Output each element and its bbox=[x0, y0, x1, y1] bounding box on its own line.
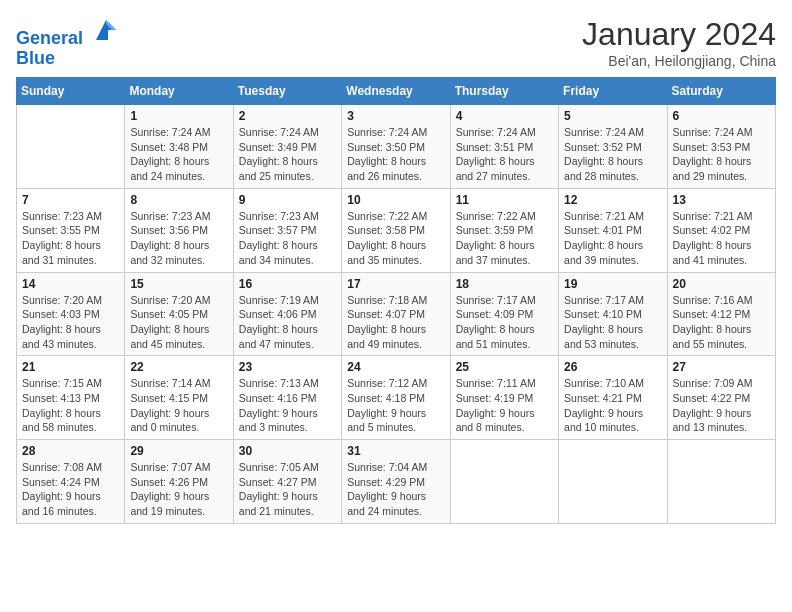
day-detail: Sunrise: 7:13 AMSunset: 4:16 PMDaylight:… bbox=[239, 376, 336, 435]
day-number: 31 bbox=[347, 444, 444, 458]
week-row-2: 7Sunrise: 7:23 AMSunset: 3:55 PMDaylight… bbox=[17, 188, 776, 272]
day-detail: Sunrise: 7:24 AMSunset: 3:53 PMDaylight:… bbox=[673, 125, 770, 184]
day-cell: 31Sunrise: 7:04 AMSunset: 4:29 PMDayligh… bbox=[342, 440, 450, 524]
day-detail: Sunrise: 7:24 AMSunset: 3:52 PMDaylight:… bbox=[564, 125, 661, 184]
day-detail: Sunrise: 7:24 AMSunset: 3:49 PMDaylight:… bbox=[239, 125, 336, 184]
day-detail: Sunrise: 7:14 AMSunset: 4:15 PMDaylight:… bbox=[130, 376, 227, 435]
day-number: 23 bbox=[239, 360, 336, 374]
day-cell: 16Sunrise: 7:19 AMSunset: 4:06 PMDayligh… bbox=[233, 272, 341, 356]
day-cell: 24Sunrise: 7:12 AMSunset: 4:18 PMDayligh… bbox=[342, 356, 450, 440]
day-number: 1 bbox=[130, 109, 227, 123]
day-cell: 26Sunrise: 7:10 AMSunset: 4:21 PMDayligh… bbox=[559, 356, 667, 440]
day-number: 2 bbox=[239, 109, 336, 123]
week-row-1: 1Sunrise: 7:24 AMSunset: 3:48 PMDaylight… bbox=[17, 105, 776, 189]
day-detail: Sunrise: 7:11 AMSunset: 4:19 PMDaylight:… bbox=[456, 376, 553, 435]
day-number: 29 bbox=[130, 444, 227, 458]
day-cell: 3Sunrise: 7:24 AMSunset: 3:50 PMDaylight… bbox=[342, 105, 450, 189]
day-number: 10 bbox=[347, 193, 444, 207]
col-header-wednesday: Wednesday bbox=[342, 78, 450, 105]
day-number: 15 bbox=[130, 277, 227, 291]
day-number: 11 bbox=[456, 193, 553, 207]
day-number: 20 bbox=[673, 277, 770, 291]
day-detail: Sunrise: 7:12 AMSunset: 4:18 PMDaylight:… bbox=[347, 376, 444, 435]
day-cell: 1Sunrise: 7:24 AMSunset: 3:48 PMDaylight… bbox=[125, 105, 233, 189]
day-cell: 15Sunrise: 7:20 AMSunset: 4:05 PMDayligh… bbox=[125, 272, 233, 356]
day-cell: 9Sunrise: 7:23 AMSunset: 3:57 PMDaylight… bbox=[233, 188, 341, 272]
day-detail: Sunrise: 7:07 AMSunset: 4:26 PMDaylight:… bbox=[130, 460, 227, 519]
week-row-3: 14Sunrise: 7:20 AMSunset: 4:03 PMDayligh… bbox=[17, 272, 776, 356]
day-cell: 4Sunrise: 7:24 AMSunset: 3:51 PMDaylight… bbox=[450, 105, 558, 189]
day-number: 21 bbox=[22, 360, 119, 374]
day-number: 18 bbox=[456, 277, 553, 291]
calendar-header-row: SundayMondayTuesdayWednesdayThursdayFrid… bbox=[17, 78, 776, 105]
day-number: 14 bbox=[22, 277, 119, 291]
location-subtitle: Bei'an, Heilongjiang, China bbox=[582, 53, 776, 69]
col-header-friday: Friday bbox=[559, 78, 667, 105]
day-cell bbox=[17, 105, 125, 189]
day-detail: Sunrise: 7:22 AMSunset: 3:58 PMDaylight:… bbox=[347, 209, 444, 268]
day-number: 6 bbox=[673, 109, 770, 123]
day-detail: Sunrise: 7:20 AMSunset: 4:03 PMDaylight:… bbox=[22, 293, 119, 352]
day-number: 7 bbox=[22, 193, 119, 207]
logo: General Blue bbox=[16, 16, 120, 69]
day-detail: Sunrise: 7:15 AMSunset: 4:13 PMDaylight:… bbox=[22, 376, 119, 435]
day-detail: Sunrise: 7:23 AMSunset: 3:55 PMDaylight:… bbox=[22, 209, 119, 268]
day-detail: Sunrise: 7:22 AMSunset: 3:59 PMDaylight:… bbox=[456, 209, 553, 268]
day-cell: 23Sunrise: 7:13 AMSunset: 4:16 PMDayligh… bbox=[233, 356, 341, 440]
day-detail: Sunrise: 7:21 AMSunset: 4:01 PMDaylight:… bbox=[564, 209, 661, 268]
day-cell: 14Sunrise: 7:20 AMSunset: 4:03 PMDayligh… bbox=[17, 272, 125, 356]
day-number: 25 bbox=[456, 360, 553, 374]
day-number: 16 bbox=[239, 277, 336, 291]
logo-blue: Blue bbox=[16, 48, 55, 68]
day-cell: 2Sunrise: 7:24 AMSunset: 3:49 PMDaylight… bbox=[233, 105, 341, 189]
day-cell bbox=[559, 440, 667, 524]
day-number: 19 bbox=[564, 277, 661, 291]
day-cell bbox=[667, 440, 775, 524]
day-detail: Sunrise: 7:17 AMSunset: 4:09 PMDaylight:… bbox=[456, 293, 553, 352]
calendar-table: SundayMondayTuesdayWednesdayThursdayFrid… bbox=[16, 77, 776, 524]
col-header-monday: Monday bbox=[125, 78, 233, 105]
day-cell: 11Sunrise: 7:22 AMSunset: 3:59 PMDayligh… bbox=[450, 188, 558, 272]
day-detail: Sunrise: 7:20 AMSunset: 4:05 PMDaylight:… bbox=[130, 293, 227, 352]
col-header-saturday: Saturday bbox=[667, 78, 775, 105]
day-number: 17 bbox=[347, 277, 444, 291]
day-detail: Sunrise: 7:23 AMSunset: 3:56 PMDaylight:… bbox=[130, 209, 227, 268]
day-cell: 20Sunrise: 7:16 AMSunset: 4:12 PMDayligh… bbox=[667, 272, 775, 356]
col-header-sunday: Sunday bbox=[17, 78, 125, 105]
day-number: 30 bbox=[239, 444, 336, 458]
day-cell: 10Sunrise: 7:22 AMSunset: 3:58 PMDayligh… bbox=[342, 188, 450, 272]
day-cell: 12Sunrise: 7:21 AMSunset: 4:01 PMDayligh… bbox=[559, 188, 667, 272]
day-detail: Sunrise: 7:09 AMSunset: 4:22 PMDaylight:… bbox=[673, 376, 770, 435]
col-header-thursday: Thursday bbox=[450, 78, 558, 105]
day-cell: 13Sunrise: 7:21 AMSunset: 4:02 PMDayligh… bbox=[667, 188, 775, 272]
day-cell: 27Sunrise: 7:09 AMSunset: 4:22 PMDayligh… bbox=[667, 356, 775, 440]
day-detail: Sunrise: 7:24 AMSunset: 3:50 PMDaylight:… bbox=[347, 125, 444, 184]
day-detail: Sunrise: 7:24 AMSunset: 3:51 PMDaylight:… bbox=[456, 125, 553, 184]
day-cell: 5Sunrise: 7:24 AMSunset: 3:52 PMDaylight… bbox=[559, 105, 667, 189]
day-cell: 22Sunrise: 7:14 AMSunset: 4:15 PMDayligh… bbox=[125, 356, 233, 440]
day-detail: Sunrise: 7:16 AMSunset: 4:12 PMDaylight:… bbox=[673, 293, 770, 352]
day-number: 9 bbox=[239, 193, 336, 207]
day-detail: Sunrise: 7:17 AMSunset: 4:10 PMDaylight:… bbox=[564, 293, 661, 352]
day-detail: Sunrise: 7:24 AMSunset: 3:48 PMDaylight:… bbox=[130, 125, 227, 184]
day-number: 28 bbox=[22, 444, 119, 458]
day-cell: 19Sunrise: 7:17 AMSunset: 4:10 PMDayligh… bbox=[559, 272, 667, 356]
day-cell: 21Sunrise: 7:15 AMSunset: 4:13 PMDayligh… bbox=[17, 356, 125, 440]
logo-icon bbox=[92, 16, 120, 44]
day-number: 4 bbox=[456, 109, 553, 123]
day-detail: Sunrise: 7:08 AMSunset: 4:24 PMDaylight:… bbox=[22, 460, 119, 519]
day-cell: 17Sunrise: 7:18 AMSunset: 4:07 PMDayligh… bbox=[342, 272, 450, 356]
day-number: 24 bbox=[347, 360, 444, 374]
month-title: January 2024 bbox=[582, 16, 776, 53]
day-cell: 28Sunrise: 7:08 AMSunset: 4:24 PMDayligh… bbox=[17, 440, 125, 524]
week-row-4: 21Sunrise: 7:15 AMSunset: 4:13 PMDayligh… bbox=[17, 356, 776, 440]
day-detail: Sunrise: 7:19 AMSunset: 4:06 PMDaylight:… bbox=[239, 293, 336, 352]
day-detail: Sunrise: 7:18 AMSunset: 4:07 PMDaylight:… bbox=[347, 293, 444, 352]
day-cell: 18Sunrise: 7:17 AMSunset: 4:09 PMDayligh… bbox=[450, 272, 558, 356]
title-block: January 2024 Bei'an, Heilongjiang, China bbox=[582, 16, 776, 69]
day-number: 8 bbox=[130, 193, 227, 207]
day-number: 27 bbox=[673, 360, 770, 374]
page-header: General Blue January 2024 Bei'an, Heilon… bbox=[16, 16, 776, 69]
day-detail: Sunrise: 7:23 AMSunset: 3:57 PMDaylight:… bbox=[239, 209, 336, 268]
week-row-5: 28Sunrise: 7:08 AMSunset: 4:24 PMDayligh… bbox=[17, 440, 776, 524]
